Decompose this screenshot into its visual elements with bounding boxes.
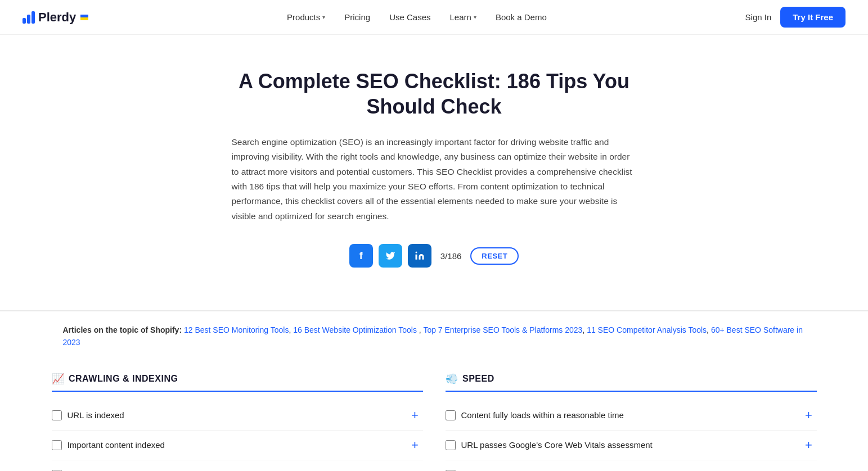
expand-button[interactable]: + xyxy=(407,467,423,471)
articles-prefix: Articles on the topic of Shopify: xyxy=(63,325,182,334)
hero-description: Search engine optimization (SEO) is an i… xyxy=(232,135,637,224)
try-free-button[interactable]: Try It Free xyxy=(780,7,845,28)
checkbox-important-content[interactable] xyxy=(52,440,62,450)
expand-button[interactable]: + xyxy=(801,437,817,453)
list-item: Address common speed traps + xyxy=(446,460,817,471)
social-row: f 3/186 RESET xyxy=(232,244,637,268)
list-item: Content fully loads within a reasonable … xyxy=(446,401,817,431)
logo-link[interactable]: Plerdy xyxy=(23,10,88,25)
reset-button[interactable]: RESET xyxy=(470,247,519,265)
nav-products[interactable]: Products ▾ xyxy=(279,8,333,26)
list-item: Returns a 200 status code + xyxy=(52,460,423,471)
article-link-4[interactable]: 11 SEO Competitor Analysis Tools xyxy=(587,325,707,334)
nav-right: Sign In Try It Free xyxy=(745,7,845,28)
twitter-icon xyxy=(385,251,395,261)
nav-book-demo[interactable]: Book a Demo xyxy=(488,8,555,26)
nav-pricing[interactable]: Pricing xyxy=(336,8,378,26)
facebook-share-button[interactable]: f xyxy=(349,244,373,268)
checkbox-content-loads[interactable] xyxy=(446,410,456,420)
logo-text: Plerdy xyxy=(38,10,76,25)
linkedin-icon xyxy=(415,251,425,261)
page-title: A Complete SEO Checklist: 186 Tips You S… xyxy=(232,69,637,119)
list-item: Important content indexed + xyxy=(52,431,423,460)
speed-title: SPEED xyxy=(462,374,494,384)
checkbox-core-web-vitals[interactable] xyxy=(446,440,456,450)
nav-learn[interactable]: Learn ▾ xyxy=(442,8,484,26)
crawling-column: 📈 CRAWLING & INDEXING URL is indexed + I… xyxy=(41,361,434,471)
item-label: Address common speed traps xyxy=(461,469,795,471)
signin-link[interactable]: Sign In xyxy=(745,12,772,22)
nav-use-cases[interactable]: Use Cases xyxy=(381,8,438,26)
expand-button[interactable]: + xyxy=(407,437,423,453)
hero-section: A Complete SEO Checklist: 186 Tips You S… xyxy=(209,35,659,310)
item-label: Important content indexed xyxy=(68,439,402,451)
article-link-1[interactable]: 12 Best SEO Monitoring Tools xyxy=(184,325,289,334)
twitter-share-button[interactable] xyxy=(379,244,402,268)
svg-point-0 xyxy=(415,252,417,253)
checklist-grid: 📈 CRAWLING & INDEXING URL is indexed + I… xyxy=(24,361,845,471)
logo-icon xyxy=(23,11,35,24)
speed-column: 💨 SPEED Content fully loads within a rea… xyxy=(434,361,828,471)
item-label: Returns a 200 status code xyxy=(68,469,402,471)
nav-links: Products ▾ Pricing Use Cases Learn ▾ Boo… xyxy=(279,8,555,26)
checklist-counter: 3/186 xyxy=(440,251,462,261)
crawling-title: CRAWLING & INDEXING xyxy=(69,374,178,384)
crawling-icon: 📈 xyxy=(52,373,65,385)
linkedin-share-button[interactable] xyxy=(408,244,431,268)
expand-button[interactable]: + xyxy=(801,407,817,423)
expand-button[interactable]: + xyxy=(407,407,423,423)
item-label: Content fully loads within a reasonable … xyxy=(461,409,795,421)
item-label: URL passes Google's Core Web Vitals asse… xyxy=(461,439,795,451)
checkbox-url-indexed[interactable] xyxy=(52,410,62,420)
expand-button[interactable]: + xyxy=(801,467,817,471)
item-label: URL is indexed xyxy=(68,409,402,421)
crawling-header: 📈 CRAWLING & INDEXING xyxy=(52,373,423,392)
article-link-3[interactable]: Top 7 Enterprise SEO Tools & Platforms 2… xyxy=(423,325,582,334)
chevron-down-icon: ▾ xyxy=(322,14,325,20)
list-item: URL passes Google's Core Web Vitals asse… xyxy=(446,431,817,460)
navbar: Plerdy Products ▾ Pricing Use Cases Lear… xyxy=(0,0,868,35)
speed-header: 💨 SPEED xyxy=(446,373,817,392)
article-link-2[interactable]: 16 Best Website Optimization Tools xyxy=(293,325,417,334)
ukraine-flag-icon xyxy=(80,15,88,20)
articles-row: Articles on the topic of Shopify: 12 Bes… xyxy=(41,311,828,361)
chevron-down-icon: ▾ xyxy=(474,14,476,20)
list-item: URL is indexed + xyxy=(52,401,423,431)
speed-icon: 💨 xyxy=(446,373,458,385)
